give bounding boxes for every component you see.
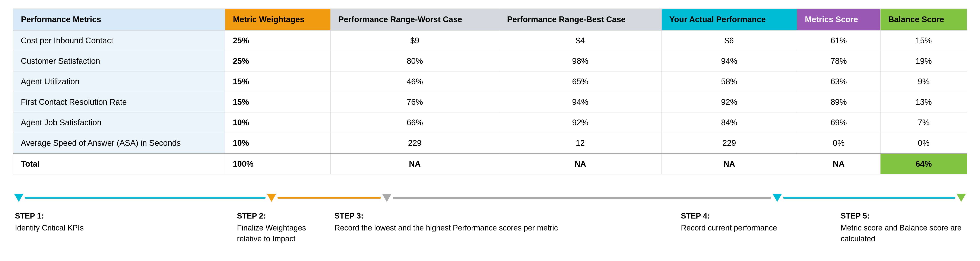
step3-title: STEP 3: (334, 211, 677, 221)
cell-r4-c2: 66% (331, 113, 499, 133)
cell-r0-c6: 15% (880, 30, 967, 51)
cell-r5-c1: 10% (225, 133, 331, 154)
cell-r0-c3: $4 (499, 30, 661, 51)
cell-r3-c0: First Contact Resolution Rate (13, 92, 225, 113)
step3-label: STEP 3:Record the lowest and the highest… (332, 211, 679, 244)
cell-r1-c3: 98% (499, 51, 661, 72)
col-header-1: Metric Weightages (225, 9, 331, 30)
cell-r2-c6: 9% (880, 72, 967, 92)
cell-r5-c6: 0% (880, 133, 967, 154)
total-cell-3: NA (499, 154, 661, 174)
cell-r2-c1: 15% (225, 72, 331, 92)
col-header-5: Metrics Score (797, 9, 880, 30)
cell-r5-c5: 0% (797, 133, 880, 154)
cell-r1-c5: 78% (797, 51, 880, 72)
step2-label: STEP 2:Finalize Weightages relative to I… (235, 211, 332, 244)
performance-table: Performance MetricsMetric WeightagesPerf… (13, 8, 967, 174)
steps-container: STEP 1:Identify Critical KPIsSTEP 2:Fina… (13, 191, 967, 244)
line-segment-2 (393, 197, 771, 199)
step5-label: STEP 5:Metric score and Balance score ar… (838, 211, 967, 244)
table-row: First Contact Resolution Rate15%76%94%92… (13, 92, 967, 113)
step4-label: STEP 4:Record current performance (679, 211, 839, 244)
cell-r4-c0: Agent Job Satisfaction (13, 113, 225, 133)
cell-r4-c6: 7% (880, 113, 967, 133)
total-cell-2: NA (331, 154, 499, 174)
step2-title: STEP 2: (237, 211, 330, 221)
cell-r4-c3: 92% (499, 113, 661, 133)
step1-label: STEP 1:Identify Critical KPIs (13, 211, 235, 244)
line-segment-0 (25, 197, 266, 199)
total-row: Total100%NANANANA64% (13, 154, 967, 174)
step3-marker (382, 194, 391, 202)
cell-r2-c5: 63% (797, 72, 880, 92)
table-row: Cost per Inbound Contact25%$9$4$661%15% (13, 30, 967, 51)
step2-marker (267, 194, 276, 202)
cell-r2-c4: 58% (662, 72, 797, 92)
total-cell-5: NA (797, 154, 880, 174)
cell-r0-c5: 61% (797, 30, 880, 51)
col-header-0: Performance Metrics (13, 9, 225, 30)
step1-marker (14, 194, 24, 202)
cell-r5-c4: 229 (662, 133, 797, 154)
cell-r5-c2: 229 (331, 133, 499, 154)
cell-r2-c3: 65% (499, 72, 661, 92)
cell-r1-c2: 80% (331, 51, 499, 72)
step4-title: STEP 4: (681, 211, 837, 221)
cell-r3-c1: 15% (225, 92, 331, 113)
step1-title: STEP 1: (15, 211, 233, 221)
cell-r5-c0: Average Speed of Answer (ASA) in Seconds (13, 133, 225, 154)
table-row: Customer Satisfaction25%80%98%94%78%19% (13, 51, 967, 72)
cell-r1-c0: Customer Satisfaction (13, 51, 225, 72)
cell-r3-c6: 13% (880, 92, 967, 113)
line-segment-3 (783, 197, 955, 199)
cell-r4-c1: 10% (225, 113, 331, 133)
total-cell-6: 64% (880, 154, 967, 174)
cell-r4-c5: 69% (797, 113, 880, 133)
step4-desc: Record current performance (681, 223, 777, 232)
cell-r0-c2: $9 (331, 30, 499, 51)
cell-r3-c4: 92% (662, 92, 797, 113)
cell-r2-c2: 46% (331, 72, 499, 92)
steps-labels: STEP 1:Identify Critical KPIsSTEP 2:Fina… (13, 211, 967, 244)
performance-table-container: Performance MetricsMetric WeightagesPerf… (13, 8, 967, 174)
cell-r0-c4: $6 (662, 30, 797, 51)
cell-r5-c3: 12 (499, 133, 661, 154)
col-header-4: Your Actual Performance (662, 9, 797, 30)
cell-r4-c4: 84% (662, 113, 797, 133)
table-row: Agent Utilization15%46%65%58%63%9% (13, 72, 967, 92)
cell-r1-c1: 25% (225, 51, 331, 72)
cell-r0-c1: 25% (225, 30, 331, 51)
total-cell-1: 100% (225, 154, 331, 174)
line-segment-1 (277, 197, 381, 199)
col-header-3: Performance Range-Best Case (499, 9, 661, 30)
step4-marker (773, 194, 782, 202)
total-cell-0: Total (13, 154, 225, 174)
table-row: Agent Job Satisfaction10%66%92%84%69%7% (13, 113, 967, 133)
step5-marker (956, 194, 966, 202)
step1-desc: Identify Critical KPIs (15, 223, 84, 232)
step5-title: STEP 5: (841, 211, 965, 221)
steps-line-row (13, 191, 967, 204)
cell-r3-c3: 94% (499, 92, 661, 113)
step5-desc: Metric score and Balance score are calcu… (841, 223, 961, 243)
cell-r3-c5: 89% (797, 92, 880, 113)
cell-r1-c6: 19% (880, 51, 967, 72)
total-cell-4: NA (662, 154, 797, 174)
cell-r2-c0: Agent Utilization (13, 72, 225, 92)
cell-r0-c0: Cost per Inbound Contact (13, 30, 225, 51)
cell-r3-c2: 76% (331, 92, 499, 113)
col-header-2: Performance Range-Worst Case (331, 9, 499, 30)
step2-desc: Finalize Weightages relative to Impact (237, 223, 306, 243)
cell-r1-c4: 94% (662, 51, 797, 72)
step3-desc: Record the lowest and the highest Perfor… (334, 223, 558, 232)
col-header-6: Balance Score (880, 9, 967, 30)
table-row: Average Speed of Answer (ASA) in Seconds… (13, 133, 967, 154)
